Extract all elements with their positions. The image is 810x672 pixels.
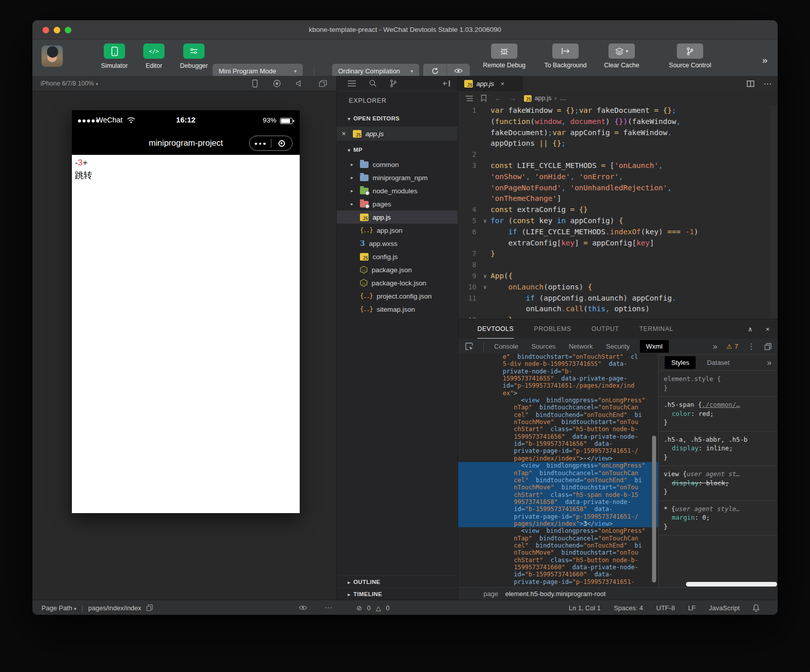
back-icon[interactable]: ← [495, 95, 501, 102]
devtools-tab-console[interactable]: Console [494, 343, 518, 350]
sound-icon[interactable] [296, 80, 304, 87]
collapse-sidebar-icon[interactable] [443, 80, 451, 87]
status-spaces[interactable]: Spaces: 4 [614, 604, 643, 612]
wxml-node-row[interactable]: pages/index/index">-</view> [458, 455, 658, 462]
tree-item-node_modules[interactable]: ▸node_modules [337, 184, 458, 197]
wxml-node-row[interactable]: private-page-id="p-1599573741651-/ [458, 513, 658, 520]
toolbar-action-source-control[interactable]: Source Control [660, 44, 720, 69]
outline-icon[interactable] [465, 96, 473, 101]
close-miniprogram-button[interactable] [271, 140, 293, 147]
tree-item-miniprogram_npm[interactable]: ▸miniprogram_npm [337, 171, 458, 184]
wxml-node-row[interactable]: 1599573741660" data-private-node- [458, 564, 658, 571]
undock-icon[interactable] [764, 343, 772, 350]
editor-more-icon[interactable]: ⋯ [763, 79, 772, 89]
tree-item-config-js[interactable]: JSconfig.js [337, 250, 458, 263]
counter-value[interactable]: 3 [78, 158, 83, 167]
fold-chevron-icon[interactable]: ∨ [479, 216, 491, 227]
tree-item-project-config-json[interactable]: {..}project.config.json [337, 289, 458, 303]
status-lf[interactable]: LF [688, 604, 696, 612]
tree-item-sitemap-json[interactable]: {..}sitemap.json [337, 303, 458, 316]
tree-item-app-js[interactable]: JSapp.js [337, 211, 458, 224]
editor-toggle-button[interactable]: </> Editor [136, 44, 172, 69]
project-root-header[interactable]: ▾MP [337, 144, 458, 156]
panel-tab-problems[interactable]: PROBLEMS [534, 319, 571, 339]
css-property[interactable]: display: inline; [664, 444, 773, 453]
close-panel-icon[interactable]: × [765, 325, 770, 333]
wxml-node-row[interactable]: private-page-id="p-1599573741651-/ [458, 447, 658, 454]
wxml-node-row[interactable]: chStart" class="h5-span node-b-15 [458, 491, 658, 498]
wxml-node-row[interactable]: cel" bindtouchend="onTouchEnd" bi [458, 542, 658, 549]
crumb-page[interactable]: page [483, 590, 498, 598]
toggle-visibility-icon[interactable] [299, 605, 307, 611]
wxml-node-row[interactable]: nTap" bindtouchcancel="onTouchCan [458, 470, 658, 477]
tab-app-js[interactable]: JS app.js × [458, 76, 523, 91]
css-property[interactable]: display: block; [664, 479, 773, 488]
stylesheet-link[interactable]: ./common/… [702, 401, 740, 408]
split-editor-icon[interactable] [747, 80, 754, 87]
open-editor-item[interactable]: × JS app.js [337, 127, 458, 141]
git-branch-icon[interactable] [390, 79, 397, 88]
devtools-tab-wxml[interactable]: Wxml [640, 340, 669, 353]
wxml-node-row[interactable]: nTouchMove" bindtouchstart="onTou [458, 549, 658, 556]
warnings-badge[interactable]: ⚠7 [726, 343, 738, 350]
tab-dataset[interactable]: Dataset [707, 359, 730, 366]
wxml-node-row[interactable]: <view bindlongpress="onLongPress" [458, 462, 658, 469]
user-avatar[interactable] [42, 46, 63, 67]
code-editor[interactable]: 1var fakeWindow = {};var fakeDocument = … [458, 105, 771, 319]
status-more-icon[interactable]: ⋯ [325, 603, 332, 612]
panel-tab-devtools[interactable]: DEVTOOLS [477, 319, 514, 339]
close-icon[interactable]: × [342, 130, 349, 138]
panel-tab-terminal[interactable]: TERMINAL [639, 319, 673, 339]
devtools-tab-network[interactable]: Network [569, 343, 593, 350]
status-javascript[interactable]: JavaScript [709, 604, 740, 612]
css-property[interactable]: color: red; [664, 409, 773, 418]
toolbar-action-clear-cache[interactable]: ▾Clear Cache [591, 44, 652, 69]
wxml-node-row[interactable]: 99573741658" data-private-node- [458, 498, 658, 506]
wxml-node-row[interactable]: chStart" class="h5-button node-b- [458, 426, 658, 433]
kebab-menu-icon[interactable]: ⋮ [747, 342, 755, 351]
wxml-node-row[interactable]: nTouchMove" bindtouchstart="onTou [458, 418, 658, 426]
jump-link[interactable]: 跳转 [75, 169, 297, 182]
section-outline[interactable]: ▸OUTLINE [337, 575, 458, 587]
wxml-node-row[interactable]: 1599573741655" data-private-page- [458, 375, 658, 382]
status-utf-8[interactable]: UTF-8 [656, 604, 675, 612]
wxml-node-row[interactable]: e" bindtouchstart="onTouchStart" cl [458, 353, 658, 360]
wxml-node-row[interactable]: pages/index/index">3</view> [458, 520, 658, 527]
more-style-tabs-icon[interactable]: » [767, 358, 772, 367]
current-page-path[interactable]: pages/index/index [88, 604, 141, 612]
bookmark-icon[interactable] [481, 95, 487, 102]
breadcrumb[interactable]: JS app.js › … [524, 95, 566, 102]
device-frame-icon[interactable] [252, 79, 258, 88]
styles-hscrollbar-thumb[interactable] [686, 582, 777, 586]
simulator-toggle-button[interactable]: Simulator [96, 44, 133, 69]
fold-chevron-icon[interactable]: ∨ [479, 282, 491, 293]
multi-window-icon[interactable] [319, 80, 327, 87]
forward-icon[interactable]: → [509, 95, 516, 102]
wxml-node-row[interactable]: 5-div node-b-1599573741655" data- [458, 360, 658, 367]
counter-button[interactable]: + [83, 158, 88, 167]
section-timeline[interactable]: ▸TIMELINE [337, 587, 458, 600]
wxml-node-row[interactable]: private-node-id="b- [458, 368, 658, 375]
toolbar-action-remote-debug[interactable]: Remote Debug [474, 44, 535, 69]
record-icon[interactable] [273, 79, 281, 88]
problems-summary[interactable]: ⊘0 △0 [356, 600, 389, 615]
crumb-element[interactable]: element.h5-body.miniprogram-root [505, 590, 605, 598]
css-property[interactable]: margin: 0; [664, 513, 773, 522]
tree-item-app-json[interactable]: {..}app.json [337, 224, 458, 237]
notifications-bell-icon[interactable] [753, 604, 759, 612]
wxml-node-row[interactable]: nTouchMove" bindtouchstart="onTou [458, 484, 658, 491]
wxml-node-row[interactable]: id="b-1599573741660" data- [458, 571, 658, 578]
close-tab-icon[interactable]: × [501, 80, 505, 88]
wxml-node-row[interactable]: nTap" bindtouchcancel="onTouchCan [458, 404, 658, 411]
tree-item-package-json[interactable]: jspackage.json [337, 263, 458, 276]
file-list-icon[interactable] [348, 80, 356, 87]
wxml-node-row[interactable]: id="b-1599573741656" data- [458, 440, 658, 447]
editor-scrollbar[interactable] [771, 105, 778, 319]
devtools-tab-security[interactable]: Security [606, 343, 630, 350]
wxml-node-row[interactable]: cel" bindtouchend="onTouchEnd" bi [458, 411, 658, 418]
status-ln[interactable]: Ln 1, Col 1 [569, 604, 601, 612]
tab-styles[interactable]: Styles [665, 356, 696, 369]
tree-item-pages[interactable]: ▸pages [337, 197, 458, 211]
wxml-node-row[interactable]: <view bindlongpress="onLongPress" [458, 397, 658, 404]
toolbar-overflow-button[interactable]: » [762, 55, 767, 66]
